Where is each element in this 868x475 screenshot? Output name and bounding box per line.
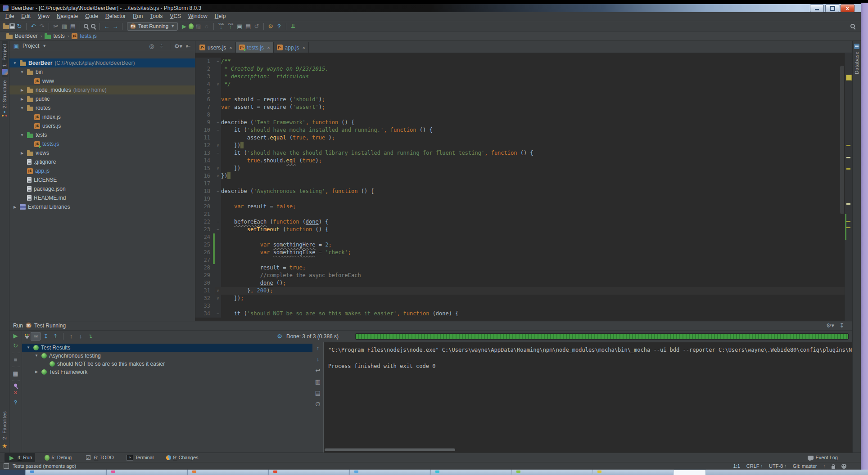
code-line[interactable]: 8 [195,111,845,119]
stripe-tab-database[interactable]: Database [854,41,859,77]
code-line[interactable]: 1−/** [195,58,845,65]
stripe-tab-1-project[interactable]: 1: Project [2,41,8,77]
test-tree-row[interactable]: ▼Asynchronous testing [22,352,312,360]
chevron-right-icon[interactable]: ▶ [19,151,25,155]
coverage-icon[interactable]: ▨ [194,22,202,30]
taskbar-window-button[interactable] [592,470,674,475]
warning-stripe-mark[interactable] [846,145,850,146]
settings-icon[interactable]: ⚙ [267,22,275,30]
project-tree-row[interactable]: .gitignore [9,157,195,166]
status-line-ending[interactable]: CRLF↕ [746,463,763,469]
fold-end-icon[interactable]: ∨ [215,172,221,180]
menu-vcs[interactable]: VCS [166,12,185,21]
down-icon[interactable]: ↓ [314,355,322,363]
collapse-nodes-icon[interactable]: ↥ [51,332,59,341]
stripe-tab-2-favorites[interactable]: 2: Favorites★ [0,408,9,453]
up-icon[interactable]: ↑ [67,332,75,341]
taskbar-window-button[interactable] [511,470,592,475]
project-tree-row[interactable]: JSindex.js [9,112,195,121]
help-icon[interactable]: ? [275,22,283,30]
fold-start-icon[interactable]: − [215,188,221,195]
editor-scrollbar[interactable] [840,66,844,214]
save-all-icon[interactable] [9,23,15,29]
debug-icon[interactable] [189,23,194,29]
close-icon[interactable]: × [12,389,20,397]
copy-icon[interactable]: ▥ [60,22,68,30]
project-tree-row[interactable]: JSusers.js [9,121,195,130]
code-line[interactable]: 24 [195,233,845,241]
project-tree-row[interactable]: ▶node_modules (library home) [9,85,195,94]
help-icon[interactable]: ? [12,399,20,407]
vcs-update-icon[interactable]: VCS↓ [217,22,226,30]
menu-run[interactable]: Run [129,12,146,21]
toolwindow-button-6-todo[interactable]: ☑6: TODO [81,453,117,462]
run-icon[interactable]: ▶ [12,332,20,340]
fold-end-icon[interactable]: ∨ [215,81,221,88]
gear-icon[interactable]: ⚙ [276,332,284,341]
code-line[interactable]: 20 var result = false; [195,203,845,211]
open-icon[interactable] [3,25,9,29]
back-icon[interactable]: ← [103,22,111,30]
project-tree-row[interactable]: ▶views [9,148,195,157]
code-line[interactable]: 33 [195,302,845,310]
chevron-down-icon[interactable]: ▼ [34,354,39,358]
filter-icon[interactable] [25,336,29,339]
project-tree-row[interactable]: ▼tests [9,130,195,139]
code-line[interactable]: 2 * Created by wayne on 9/23/2015. [195,65,845,73]
clear-icon[interactable]: ∅ [314,400,322,408]
run-icon[interactable]: ▶ [180,22,188,30]
breadcrumb-item-tests.js[interactable]: JStests.js [72,33,96,39]
taskbar-window-button[interactable] [268,470,349,475]
stripe-tab-2-structure[interactable]: 2: Structure [2,77,7,120]
code-line[interactable]: 19 [195,195,845,203]
deploy-icon[interactable]: ⇊ [289,22,297,30]
sort-az-icon[interactable]: ↓az [31,332,41,341]
chevron-down-icon[interactable]: ▼ [19,133,25,137]
forward-icon[interactable]: → [111,22,119,30]
export-icon[interactable]: ▥ [314,378,322,386]
code-line[interactable]: 32∨ }); [195,295,845,302]
code-line[interactable]: 31∨ }, 200); [195,287,845,295]
project-tree-row[interactable]: ▼bin [9,67,195,76]
gear-menu-icon[interactable]: ⚙▾ [826,322,834,330]
fold-start-icon[interactable]: − [215,126,221,134]
code-line[interactable]: 23− setTimeout (function () { [195,226,845,233]
toolwindow-quick-access-icon[interactable] [4,463,9,469]
editor-tab-tests.js[interactable]: JStests.js× [236,42,274,53]
gear-menu-icon[interactable]: ⚙▾ [174,42,182,50]
close-button[interactable]: x [841,4,854,12]
readonly-lock-icon[interactable] [832,466,835,469]
down-icon[interactable]: ↓ [77,332,85,341]
chevron-down-icon[interactable]: ▼ [26,345,31,350]
taskbar-window-button[interactable] [430,470,511,475]
editor-tab-users.js[interactable]: JSusers.js× [196,42,236,53]
console-scrollbar[interactable] [325,448,455,451]
code-line[interactable]: 34− it ('should NOT be so are so this ma… [195,310,845,318]
search-everywhere-icon[interactable] [850,23,856,30]
taskbar-window-button[interactable] [106,470,187,475]
code-line[interactable]: 4∨ */ [195,81,845,88]
warning-stripe-mark[interactable] [846,203,850,205]
toolwindow-button-4-run[interactable]: ▶4: Run [5,453,35,462]
chevron-down-icon[interactable]: ▼ [12,61,18,65]
menu-window[interactable]: Window [185,12,211,21]
fold-start-icon[interactable]: − [215,119,221,126]
code-line[interactable]: 22− beforeEach (function (done) { [195,218,845,226]
fold-start-icon[interactable]: − [215,58,221,65]
pin-icon[interactable] [14,383,18,388]
hide-icon[interactable]: ⇤ [184,42,192,50]
find-icon[interactable] [83,23,90,30]
menu-tools[interactable]: Tools [146,12,166,21]
taskbar-start-button[interactable] [0,470,25,475]
status-caret-position[interactable]: 1:1 [733,463,740,469]
chevron-down-icon[interactable]: ▼ [19,70,25,74]
fold-start-icon[interactable]: − [215,226,221,233]
close-tab-icon[interactable]: × [267,45,270,50]
code-line[interactable]: 14 true.should.eql (true); [195,157,845,165]
project-tree-row[interactable]: JSwww [9,76,195,85]
sync-icon[interactable]: ↻ [15,22,23,30]
chevron-down-icon[interactable]: ▼ [42,44,46,48]
fold-start-icon[interactable]: − [215,218,221,226]
toolwindow-button-terminal[interactable]: >Terminal [123,454,157,461]
warning-stripe-mark[interactable] [846,157,850,158]
